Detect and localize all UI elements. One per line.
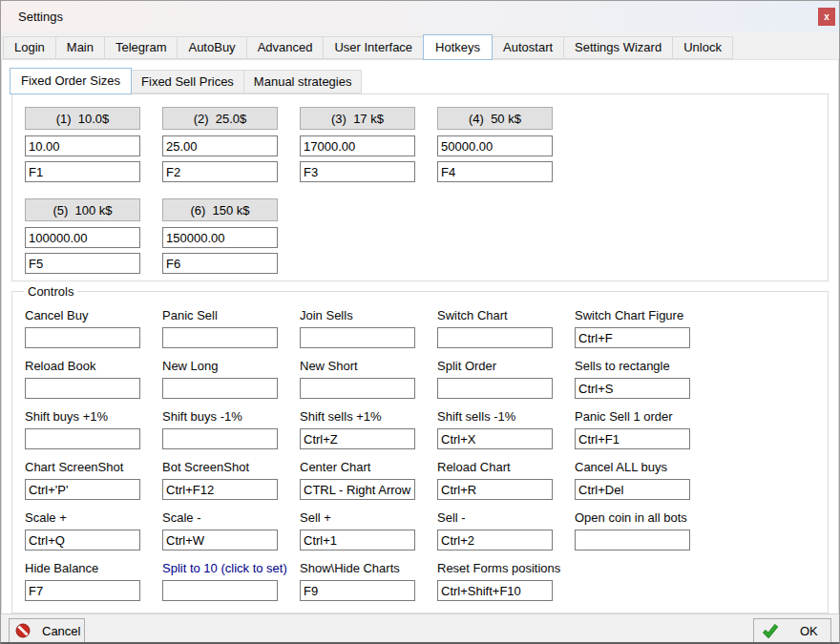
order-size-amount-6[interactable]: [162, 227, 278, 248]
tab-hotkeys[interactable]: Hotkeys: [423, 34, 493, 60]
scale-plus-input[interactable]: [25, 530, 140, 551]
reset-forms-positions-input[interactable]: [437, 580, 553, 601]
hotkey-cell-scale-minus: Scale -: [162, 510, 278, 551]
order-size-button-6[interactable]: (6) 150 k$: [162, 198, 278, 221]
hotkey-cell-new-long: New Long: [162, 359, 278, 399]
tab-login[interactable]: Login: [3, 36, 56, 59]
reload-book-input[interactable]: [25, 378, 140, 399]
order-size-hotkey-5[interactable]: [25, 253, 140, 274]
hotkey-cell-open-coin-in-all-bots: Open coin in all bots: [575, 510, 690, 551]
panic-sell-input[interactable]: [162, 327, 278, 348]
order-size-amount-3[interactable]: [300, 135, 415, 156]
reload-chart-input[interactable]: [437, 479, 553, 500]
split-to-10-link[interactable]: Split to 10 (click to set): [162, 561, 278, 577]
hotkey-cell-hide-balance: Hide Balance: [25, 561, 140, 601]
order-size-hotkey-4[interactable]: [437, 161, 553, 182]
tab-autobuy[interactable]: AutoBuy: [177, 36, 246, 59]
order-size-amount-2[interactable]: [162, 135, 278, 156]
hotkey-label: Reload Chart: [437, 460, 553, 476]
ok-button[interactable]: OK: [753, 618, 831, 643]
hotkey-label: Join Sells: [300, 308, 415, 324]
window-title: Settings: [18, 10, 63, 24]
order-size-amount-4[interactable]: [437, 135, 553, 156]
tab-unlock[interactable]: Unlock: [672, 36, 733, 59]
tab-telegram[interactable]: Telegram: [104, 36, 178, 59]
order-size-column-5: (5) 100 k$: [25, 198, 140, 274]
hotkey-cell-shift-buys-minus-1: Shift buys -1%: [162, 409, 278, 449]
hotkey-label: Show\Hide Charts: [300, 561, 415, 577]
subtab-fixed-sell-prices[interactable]: Fixed Sell Prices: [131, 70, 244, 93]
cancel-button[interactable]: Cancel: [9, 618, 85, 643]
chart-screenshot-input[interactable]: [25, 479, 140, 500]
hotkey-label: Sell -: [437, 510, 553, 527]
order-size-hotkey-1[interactable]: [25, 161, 140, 182]
hotkey-label: New Short: [300, 359, 415, 375]
tab-settings-wizard[interactable]: Settings Wizard: [563, 36, 673, 59]
center-chart-input[interactable]: [300, 479, 415, 500]
tab-user-interface[interactable]: User Interface: [323, 36, 424, 59]
subtab-fixed-order-sizes[interactable]: Fixed Order Sizes: [10, 68, 132, 94]
order-size-hotkey-3[interactable]: [300, 161, 415, 182]
new-short-input[interactable]: [300, 378, 415, 399]
scale-minus-input[interactable]: [162, 530, 278, 551]
shift-buys-minus-1-input[interactable]: [162, 428, 278, 449]
bot-screenshot-input[interactable]: [162, 479, 278, 500]
split-order-input[interactable]: [437, 378, 553, 399]
order-size-hotkey-6[interactable]: [162, 253, 278, 274]
hotkey-label: Open coin in all bots: [575, 510, 690, 527]
order-size-column-2: (2) 25.0$: [162, 107, 278, 182]
cancel-button-label: Cancel: [42, 624, 80, 638]
hotkey-cell-reset-forms-positions: Reset Forms positions: [437, 561, 553, 601]
tab-autostart[interactable]: Autostart: [492, 36, 564, 59]
order-size-amount-1[interactable]: [25, 135, 140, 156]
hotkey-label: Shift buys -1%: [162, 409, 278, 426]
hotkey-label: Cancel ALL buys: [575, 460, 690, 476]
order-size-button-2[interactable]: (2) 25.0$: [162, 107, 278, 130]
hotkey-cell-sells-to-rectangle: Sells to rectangle: [575, 359, 690, 399]
switch-chart-input[interactable]: [437, 327, 553, 348]
ok-button-label: OK: [800, 624, 818, 638]
panic-sell-1-order-input[interactable]: [575, 428, 690, 449]
sell-minus-input[interactable]: [437, 530, 553, 551]
order-size-button-5[interactable]: (5) 100 k$: [25, 198, 140, 221]
order-size-button-3[interactable]: (3) 17 k$: [300, 107, 415, 130]
order-size-button-1[interactable]: (1) 10.0$: [25, 107, 140, 130]
hotkeys-tab-page: Fixed Order Sizes Fixed Sell Prices Manu…: [1, 59, 839, 613]
hotkey-label: Panic Sell 1 order: [575, 409, 690, 426]
tab-advanced[interactable]: Advanced: [246, 36, 325, 59]
hotkey-cell-new-short: New Short: [300, 359, 415, 399]
close-button[interactable]: x: [818, 8, 835, 26]
join-sells-input[interactable]: [300, 327, 415, 348]
hotkey-cell-switch-chart-figure: Switch Chart Figure: [575, 308, 690, 348]
open-coin-in-all-bots-input[interactable]: [575, 530, 690, 551]
cancel-buy-input[interactable]: [25, 327, 140, 348]
hotkey-label: Sell +: [300, 510, 415, 527]
order-size-hotkey-2[interactable]: [162, 161, 278, 182]
cancel-all-buys-input[interactable]: [575, 479, 690, 500]
show-hide-charts-input[interactable]: [300, 580, 415, 601]
order-size-button-4[interactable]: (4) 50 k$: [437, 107, 553, 130]
hotkey-label: Switch Chart Figure: [575, 308, 690, 324]
hide-balance-input[interactable]: [25, 580, 140, 601]
split-to-10-input[interactable]: [162, 580, 278, 601]
subtab-manual-strategies[interactable]: Manual strategies: [243, 70, 363, 93]
sell-plus-input[interactable]: [300, 530, 415, 551]
order-size-amount-5[interactable]: [25, 227, 140, 248]
controls-groupbox: Controls Cancel Buy Panic Sell Join Sell…: [11, 291, 829, 613]
tab-main[interactable]: Main: [55, 36, 105, 59]
titlebar: Settings x: [1, 1, 839, 31]
sells-to-rectangle-input[interactable]: [575, 378, 690, 399]
ok-check-icon: [762, 623, 779, 638]
shift-buys-plus-1-input[interactable]: [25, 428, 140, 449]
new-long-input[interactable]: [162, 378, 278, 399]
hotkey-cell-shift-sells-minus-1: Shift sells -1%: [437, 409, 553, 449]
hotkey-cell-chart-screenshot: Chart ScreenShot: [25, 460, 140, 500]
hotkey-cell-cancel-all-buys: Cancel ALL buys: [575, 460, 690, 500]
switch-chart-figure-input[interactable]: [575, 327, 690, 348]
close-icon: x: [824, 11, 830, 22]
order-size-column-6: (6) 150 k$: [162, 198, 278, 274]
fixed-order-sizes-panel: (1) 10.0$ (2) 25.0$ (3) 17 k$ (4) 50 k$: [11, 93, 829, 281]
shift-sells-minus-1-input[interactable]: [437, 428, 553, 449]
shift-sells-plus-1-input[interactable]: [300, 428, 415, 449]
hotkey-cell-center-chart: Center Chart: [300, 460, 415, 500]
